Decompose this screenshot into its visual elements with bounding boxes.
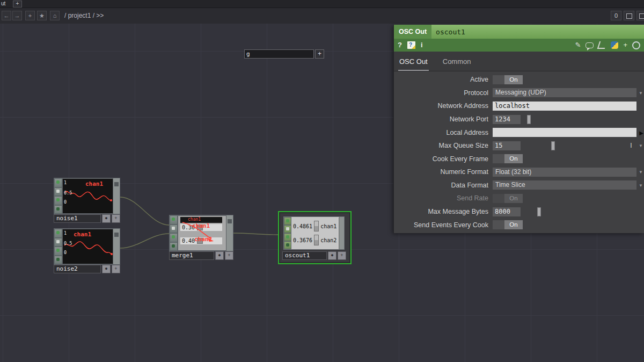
node-name[interactable]: merge1 (169, 251, 214, 260)
menu-numeric-format[interactable]: Float (32 bit) (493, 168, 636, 177)
output-connector[interactable] (114, 233, 119, 237)
param-label: Network Port (394, 115, 493, 123)
export-flag[interactable] (284, 233, 291, 241)
bypass-flag[interactable] (54, 256, 62, 265)
network-text-field[interactable]: g (244, 49, 314, 59)
merge1-nameplate: merge1 ● + (169, 251, 233, 260)
output-connector[interactable] (228, 219, 232, 223)
info-icon[interactable]: i (421, 39, 423, 52)
chop-viewer[interactable]: chan1 0.30 0.40 chan1 chan2 (178, 215, 226, 251)
channel-slider[interactable] (314, 235, 319, 245)
viewer-flag[interactable] (284, 217, 291, 225)
tab-common[interactable]: Common (442, 57, 472, 71)
clone-flag[interactable] (54, 238, 62, 247)
add-pane-tab-button[interactable]: + (13, 1, 22, 8)
export-flag[interactable] (54, 196, 62, 205)
node-name[interactable]: noise2 (54, 265, 101, 273)
chop-viewer[interactable]: 1 0.5 0 chan1 (62, 229, 113, 264)
split-pane-button[interactable] (636, 11, 644, 20)
ring-icon[interactable] (632, 41, 640, 49)
node-color-button[interactable]: ● (328, 251, 336, 260)
node-name[interactable]: oscout1 (282, 251, 327, 260)
node-color-button[interactable]: ● (102, 214, 111, 223)
slider-max-queue-size[interactable] (522, 141, 626, 150)
toggle-state: On (504, 154, 523, 163)
bypass-flag[interactable] (54, 205, 62, 214)
operator-name-field[interactable]: oscout1 (436, 28, 465, 36)
network-text-add-button[interactable]: + (315, 49, 324, 59)
channel-name: chan1 (85, 180, 103, 187)
viewer-flag[interactable] (54, 229, 62, 238)
clone-flag[interactable] (284, 225, 291, 233)
field-network-port[interactable]: 1234 (493, 115, 521, 124)
param-control: 15I (493, 141, 636, 150)
back-button[interactable]: ← (2, 11, 11, 20)
bookmark-star-button[interactable]: ★ (37, 11, 47, 20)
toggle-track (493, 75, 504, 84)
dropdown-arrow-icon[interactable]: ▼ (639, 143, 643, 148)
menu-data-format[interactable]: Time Slice (493, 180, 636, 190)
pane-tab[interactable]: ut (1, 0, 5, 7)
toggle-cook-every-frame[interactable]: On (493, 154, 523, 163)
parameter-tools: ✎ + (575, 39, 641, 52)
comment-icon[interactable] (586, 42, 594, 48)
slider-handle[interactable] (537, 207, 541, 216)
add-parameter-icon[interactable]: + (623, 39, 627, 52)
viewer-flag[interactable] (54, 178, 62, 187)
channel-slider[interactable] (314, 221, 319, 231)
output-connector[interactable] (114, 182, 119, 186)
slider-max-message-bytes[interactable] (522, 207, 636, 216)
viewer-flag[interactable] (170, 215, 178, 225)
toggle-track (493, 154, 504, 163)
home-button[interactable]: ⌂ (50, 11, 60, 20)
expand-arrow-icon[interactable]: ▶ (639, 129, 643, 135)
node-name[interactable]: noise1 (54, 214, 101, 223)
toggle-send-events-every-cook[interactable]: On (493, 220, 523, 229)
unit-menu[interactable]: I (626, 142, 636, 149)
node-color-button[interactable]: ● (215, 251, 224, 260)
slider-handle[interactable] (551, 141, 555, 150)
edit-pencil-icon[interactable]: ✎ (575, 39, 581, 52)
help-icon[interactable]: ? (398, 39, 402, 52)
node-add-button[interactable]: + (338, 251, 346, 260)
field-max-message-bytes[interactable]: 8000 (493, 207, 521, 216)
param-control: On (493, 75, 636, 84)
param-row-cook-every-frame: Cook Every FrameOn (394, 152, 644, 165)
param-control: On (493, 194, 636, 203)
python-icon[interactable] (611, 41, 618, 49)
dropdown-arrow-icon[interactable]: ▼ (639, 90, 643, 95)
node-noise1[interactable]: 1 0.5 0 chan1 (54, 178, 120, 214)
menu-protocol[interactable]: Messaging (UDP) (493, 88, 636, 97)
bypass-flag[interactable] (170, 242, 178, 251)
breadcrumb[interactable]: / project1 / >> (64, 12, 104, 19)
help-book-icon[interactable]: ? (407, 41, 415, 49)
forward-button[interactable]: → (12, 11, 22, 20)
toggle-active[interactable]: On (493, 75, 523, 84)
tab-osc-out[interactable]: OSC Out (398, 57, 429, 71)
node-merge1[interactable]: chan1 0.30 0.40 chan1 chan2 (169, 215, 233, 251)
field-network-address[interactable] (493, 102, 636, 111)
noise1-nameplate: noise1 ● + (54, 214, 120, 223)
chop-viewer[interactable]: 1 0.5 0 chan1 (62, 178, 113, 214)
copy-parameters-icon[interactable] (597, 41, 608, 49)
field-max-queue-size[interactable]: 15 (493, 141, 521, 150)
add-button[interactable]: + (25, 11, 35, 20)
node-noise2[interactable]: 1 0.5 0 chan1 (54, 228, 120, 265)
dropdown-arrow-icon[interactable]: ▼ (639, 170, 643, 175)
node-add-button[interactable]: + (112, 265, 120, 273)
node-oscout1[interactable]: 0.4861 chan1 0.3676 chan2 oscout1 ● + (278, 211, 352, 264)
export-flag[interactable] (170, 233, 178, 242)
slider-handle[interactable] (527, 115, 531, 124)
node-color-button[interactable]: ● (102, 265, 111, 273)
dropdown-arrow-icon[interactable]: ▼ (639, 183, 643, 187)
node-add-button[interactable]: + (225, 251, 233, 260)
export-flag[interactable] (54, 247, 62, 256)
chop-viewer[interactable]: 0.4861 chan1 0.3676 chan2 (283, 216, 345, 250)
maximize-pane-button[interactable] (624, 11, 634, 20)
node-add-button[interactable]: + (112, 214, 120, 223)
slider-network-port[interactable] (522, 115, 636, 124)
clone-flag[interactable] (54, 187, 62, 197)
field-local-address[interactable] (493, 128, 636, 137)
clone-flag[interactable] (170, 225, 178, 234)
bypass-flag[interactable] (284, 241, 291, 249)
